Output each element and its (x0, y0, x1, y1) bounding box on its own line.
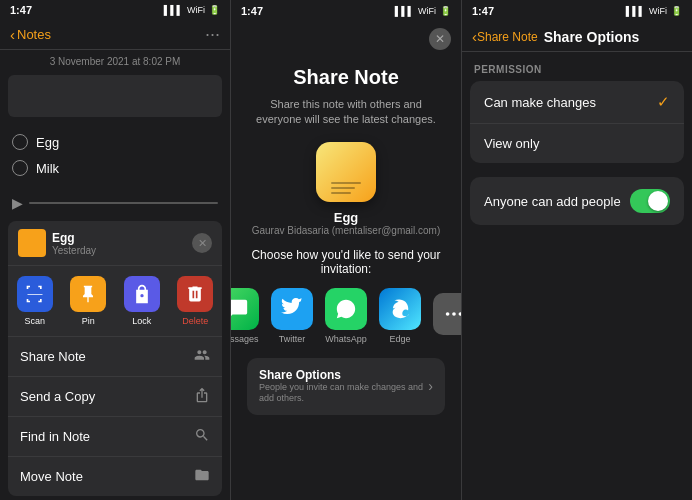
scan-label: Scan (24, 316, 45, 326)
svg-point-0 (446, 312, 450, 316)
battery-icon: 🔋 (209, 5, 220, 15)
twitter-app-label: Twitter (279, 334, 306, 344)
anyone-can-add-label: Anyone can add people (484, 194, 621, 209)
chevron-left-icon: ‹ (10, 26, 15, 43)
nav-back-button[interactable]: ‹ Notes (10, 26, 51, 43)
note-text-area[interactable] (8, 75, 222, 117)
note-line-1 (331, 182, 361, 184)
context-note-thumbnail (18, 229, 46, 257)
delete-icon-box (177, 276, 213, 312)
pin-icon-box (70, 276, 106, 312)
anyone-can-add-row[interactable]: Anyone can add people (470, 177, 684, 225)
share-options-row[interactable]: Share Options People you invite can make… (247, 358, 445, 415)
pin-label: Pin (82, 316, 95, 326)
move-note-menu-item[interactable]: Move Note (8, 457, 222, 496)
spacer (462, 163, 692, 177)
list-item-text: Egg (36, 135, 59, 150)
edge-app-label: Edge (389, 334, 410, 344)
svg-point-1 (452, 312, 456, 316)
status-time-p3: 1:47 (472, 5, 494, 17)
wifi-icon: WiFi (187, 5, 205, 15)
close-button[interactable]: ✕ (429, 28, 451, 50)
share-options-nav: ‹ Share Note Share Options (462, 22, 692, 52)
status-bar-p1: 1:47 ▌▌▌ WiFi 🔋 (0, 0, 230, 20)
share-title: Share Note (293, 66, 399, 89)
list-item[interactable]: Milk (12, 155, 218, 181)
whatsapp-app-label: WhatsApp (325, 334, 367, 344)
whatsapp-app-icon (325, 288, 367, 330)
nav-more-button[interactable]: ··· (205, 24, 220, 45)
share-note-icon (194, 347, 210, 366)
play-icon[interactable]: ▶ (12, 195, 23, 211)
permission-section-label: PERMISSION (462, 52, 692, 81)
signal-icon: ▌▌▌ (164, 5, 183, 15)
status-bar-p3: 1:47 ▌▌▌ WiFi 🔋 (462, 0, 692, 22)
note-line-2 (331, 187, 355, 189)
status-icons-p2: ▌▌▌ WiFi 🔋 (395, 6, 451, 16)
note-icon-decoration (323, 182, 369, 202)
delete-button[interactable]: Delete (177, 276, 213, 326)
audio-waveform (29, 202, 218, 204)
checkbox-milk[interactable] (12, 160, 28, 176)
wifi-icon-p2: WiFi (418, 6, 436, 16)
status-icons-p1: ▌▌▌ WiFi 🔋 (164, 5, 220, 15)
signal-icon-p3: ▌▌▌ (626, 6, 645, 16)
messages-app[interactable]: Messages (231, 288, 259, 344)
delete-label: Delete (182, 316, 208, 326)
shared-note-name: Egg (334, 210, 359, 225)
wifi-icon-p3: WiFi (649, 6, 667, 16)
back-label: Share Note (477, 30, 538, 44)
status-time-p2: 1:47 (241, 5, 263, 17)
nav-back-label: Notes (17, 27, 51, 42)
scan-icon-box (17, 276, 53, 312)
messages-app-icon (231, 288, 259, 330)
status-bar-p2: 1:47 ▌▌▌ WiFi 🔋 (231, 0, 461, 22)
lock-button[interactable]: Lock (124, 276, 160, 326)
find-in-note-menu-item[interactable]: Find in Note (8, 417, 222, 457)
shared-note-email: Gaurav Bidasaria (mentaliser@gmail.com) (252, 225, 441, 236)
back-button[interactable]: ‹ Share Note (472, 28, 538, 45)
context-note-info: Egg Yesterday (18, 229, 96, 257)
panel-notes-context: 1:47 ▌▌▌ WiFi 🔋 ‹ Notes ··· 3 November 2… (0, 0, 231, 500)
permission-options: Can make changes ✓ View only (470, 81, 684, 163)
can-make-changes-label: Can make changes (484, 95, 596, 110)
panel-share-note: 1:47 ▌▌▌ WiFi 🔋 ✕ Share Note Share this … (231, 0, 462, 500)
find-in-note-label: Find in Note (20, 429, 90, 444)
share-options-nav-title: Share Options (544, 29, 640, 45)
context-menu: Egg Yesterday ✕ Scan (8, 221, 222, 496)
trash-icon (185, 284, 205, 304)
context-close-button[interactable]: ✕ (192, 233, 212, 253)
share-content: Share Note Share this note with others a… (231, 56, 461, 500)
panel-share-options: 1:47 ▌▌▌ WiFi 🔋 ‹ Share Note Share Optio… (462, 0, 692, 500)
context-note-details: Egg Yesterday (52, 231, 96, 256)
send-copy-icon (194, 387, 210, 406)
pin-button[interactable]: Pin (70, 276, 106, 326)
close-bar: ✕ (231, 22, 461, 56)
send-copy-menu-item[interactable]: Send a Copy (8, 377, 222, 417)
scan-button[interactable]: Scan (17, 276, 53, 326)
audio-bar: ▶ (0, 189, 230, 217)
twitter-app[interactable]: Twitter (271, 288, 313, 344)
edge-app[interactable]: Edge (379, 288, 421, 344)
edge-app-icon (379, 288, 421, 330)
anyone-can-add-toggle[interactable] (630, 189, 670, 213)
list-item[interactable]: Egg (12, 129, 218, 155)
can-make-changes-option[interactable]: Can make changes ✓ (470, 81, 684, 124)
battery-icon-p3: 🔋 (671, 6, 682, 16)
more-app-icon (433, 293, 461, 335)
move-note-label: Move Note (20, 469, 83, 484)
more-app[interactable] (433, 293, 461, 339)
context-menu-items: Share Note Send a Copy Find in Note (8, 336, 222, 496)
whatsapp-app[interactable]: WhatsApp (325, 288, 367, 344)
action-row: Scan Pin Lock (8, 265, 222, 336)
share-note-label: Share Note (20, 349, 86, 364)
status-time-p1: 1:47 (10, 4, 32, 16)
lock-label: Lock (132, 316, 151, 326)
context-menu-header: Egg Yesterday ✕ (8, 221, 222, 265)
share-note-menu-item[interactable]: Share Note (8, 337, 222, 377)
checkbox-egg[interactable] (12, 134, 28, 150)
folder-icon (194, 467, 210, 486)
view-only-option[interactable]: View only (470, 124, 684, 163)
share-options-chevron-icon: › (428, 378, 433, 394)
share-options-info: Share Options People you invite can make… (259, 368, 428, 405)
